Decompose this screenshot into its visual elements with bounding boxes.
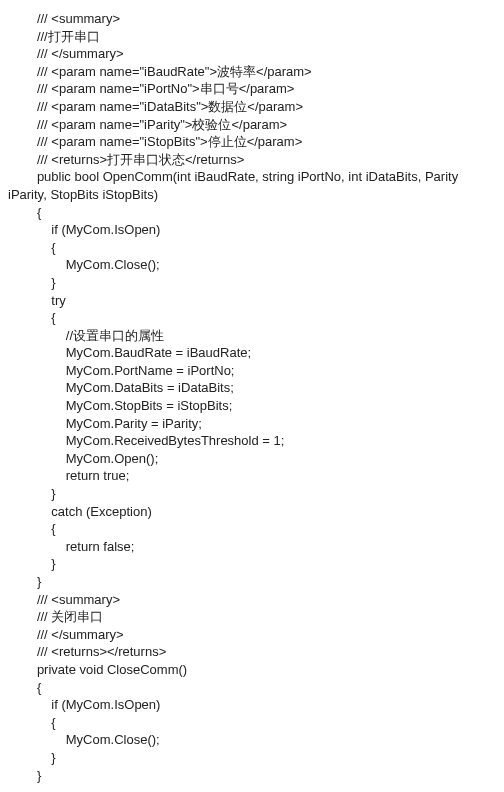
code-line: return false; — [8, 538, 504, 556]
code-line: { — [8, 309, 504, 327]
code-line: MyCom.Parity = iParity; — [8, 415, 504, 433]
code-line: /// </summary> — [8, 626, 504, 644]
code-line: return true; — [8, 467, 504, 485]
code-line: } — [8, 573, 504, 591]
code-line: MyCom.StopBits = iStopBits; — [8, 397, 504, 415]
code-line: MyCom.Close(); — [8, 731, 504, 749]
code-line: { — [8, 520, 504, 538]
code-line: /// </summary> — [8, 45, 504, 63]
code-line: catch (Exception) — [8, 503, 504, 521]
code-line: } — [8, 749, 504, 767]
code-line: /// <returns>打开串口状态</returns> — [8, 151, 504, 169]
code-line: MyCom.Close(); — [8, 256, 504, 274]
code-line: /// <param name="iParity">校验位</param> — [8, 116, 504, 134]
code-line: //设置串口的属性 — [8, 327, 504, 345]
code-line: if (MyCom.IsOpen) — [8, 696, 504, 714]
code-line: MyCom.PortName = iPortNo; — [8, 362, 504, 380]
code-line: public bool OpenComm(int iBaudRate, stri… — [8, 168, 504, 186]
code-line: iParity, StopBits iStopBits) — [8, 186, 504, 204]
code-line: try — [8, 292, 504, 310]
code-line: MyCom.ReceivedBytesThreshold = 1; — [8, 432, 504, 450]
code-line: } — [8, 767, 504, 785]
code-line: /// <returns></returns> — [8, 643, 504, 661]
code-line: if (MyCom.IsOpen) — [8, 221, 504, 239]
code-line: { — [8, 239, 504, 257]
code-line: /// <summary> — [8, 10, 504, 28]
code-line: { — [8, 714, 504, 732]
code-line: /// <param name="iPortNo">串口号</param> — [8, 80, 504, 98]
code-line: /// <param name="iBaudRate">波特率</param> — [8, 63, 504, 81]
code-line: MyCom.BaudRate = iBaudRate; — [8, 344, 504, 362]
code-line: ///打开串口 — [8, 28, 504, 46]
code-line: } — [8, 274, 504, 292]
code-block: /// <summary> ///打开串口 /// </summary> ///… — [8, 10, 504, 784]
code-line: MyCom.DataBits = iDataBits; — [8, 379, 504, 397]
code-line: private void CloseComm() — [8, 661, 504, 679]
code-line: /// <summary> — [8, 591, 504, 609]
code-line: MyCom.Open(); — [8, 450, 504, 468]
code-line: } — [8, 555, 504, 573]
code-line: /// <param name="iStopBits">停止位</param> — [8, 133, 504, 151]
code-line: { — [8, 679, 504, 697]
code-line: /// <param name="iDataBits">数据位</param> — [8, 98, 504, 116]
code-line: { — [8, 204, 504, 222]
code-line: /// 关闭串口 — [8, 608, 504, 626]
code-line: } — [8, 485, 504, 503]
